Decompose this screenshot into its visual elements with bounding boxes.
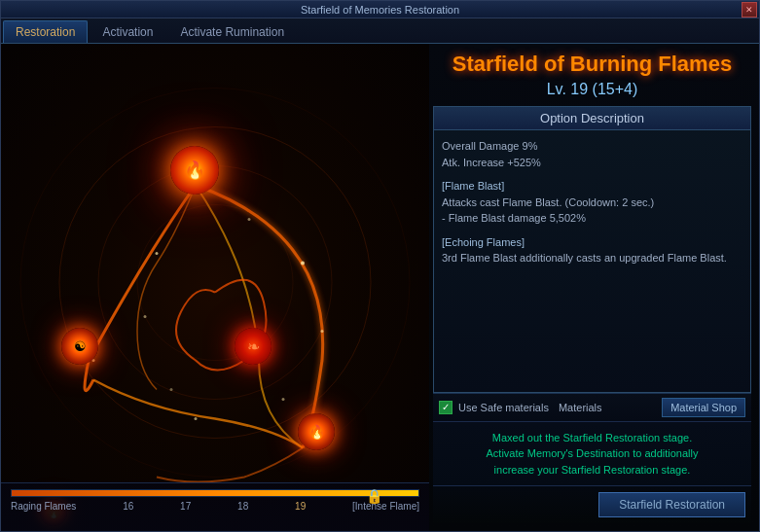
skill-paths-svg (1, 44, 429, 531)
safe-materials-label: Use Safe materials (458, 402, 549, 413)
svg-point-11 (144, 315, 147, 318)
desc-line-flame-blast-header: [Flame Blast] (442, 178, 742, 195)
restore-button-area: Starfield Restoration (433, 485, 751, 523)
close-button[interactable]: ✕ (742, 2, 757, 18)
desc-spacer-2 (442, 227, 742, 234)
progress-bar-container (11, 489, 419, 497)
desc-line-echoing: 3rd Flame Blast additionally casts an up… (442, 250, 742, 266)
progress-area: Raging Flames 16 17 18 19 [Intense Flame… (1, 482, 429, 531)
main-content: 🔥 ☯ ❧ 🔥 🔥 (1, 44, 759, 531)
main-window: Starfield of Memories Restoration ✕ Rest… (0, 0, 760, 532)
svg-point-13 (170, 388, 173, 391)
svg-point-12 (282, 398, 285, 401)
desc-line-cooldown: Attacks cast Flame Blast. (Cooldown: 2 s… (442, 195, 742, 211)
desc-line-1: Overall Damage 9% (442, 138, 742, 155)
tick-17: 17 (180, 501, 191, 512)
lock-icon: 🔒 (366, 488, 382, 504)
checkbox-check-mark: ✓ (442, 402, 450, 412)
skill-visual-panel: 🔥 ☯ ❧ 🔥 🔥 (1, 44, 429, 531)
material-shop-button[interactable]: Material Shop (662, 398, 745, 417)
svg-point-6 (301, 262, 305, 266)
svg-point-10 (248, 218, 251, 221)
intense-flame-label: [Intense Flame] (352, 501, 419, 512)
tab-activate-rumination[interactable]: Activate Rumination (167, 20, 297, 43)
tick-18: 18 (237, 501, 248, 512)
svg-point-7 (321, 330, 324, 333)
skill-name-tick: Raging Flames (11, 501, 76, 512)
svg-point-2 (137, 205, 293, 361)
action-bar: ✓ Use Safe materials Materials Material … (433, 393, 751, 421)
desc-line-damage: - Flame Blast damage 5,502% (442, 210, 742, 227)
right-panel: Starfield of Burning Flames Lv. 19 (15+4… (429, 44, 759, 531)
desc-line-2: Atk. Increase +525% (442, 155, 742, 171)
tab-bar: Restoration Activation Activate Ruminati… (1, 18, 759, 44)
window-title: Starfield of Memories Restoration (301, 4, 459, 16)
progress-ticks: Raging Flames 16 17 18 19 [Intense Flame… (11, 501, 419, 512)
svg-point-9 (195, 417, 198, 420)
tab-activation[interactable]: Activation (90, 20, 165, 43)
option-desc-content[interactable]: Overall Damage 9% Atk. Increase +525% [F… (434, 130, 750, 392)
svg-point-5 (156, 252, 159, 255)
starfield-restoration-button[interactable]: Starfield Restoration (598, 492, 745, 517)
desc-spacer-1 (442, 170, 742, 178)
materials-label: Materials (559, 402, 602, 413)
option-desc-box: Option Description Overall Damage 9% Atk… (433, 106, 751, 393)
orb-left: ☯ (61, 328, 98, 365)
tick-16: 16 (123, 501, 133, 512)
safe-materials-checkbox[interactable]: ✓ (439, 401, 452, 414)
progress-bar-fill (12, 490, 418, 496)
orb-top: 🔥 (170, 146, 219, 195)
desc-line-echoing-header: [Echoing Flames] (442, 234, 742, 251)
orb-right: 🔥 (298, 413, 335, 450)
tab-restoration[interactable]: Restoration (3, 20, 88, 43)
orb-center: ❧ (235, 328, 271, 365)
restore-info-text: Maxed out the Starfield Restoration stag… (441, 430, 743, 479)
tick-19: 19 (295, 501, 306, 512)
title-bar: Starfield of Memories Restoration ✕ (1, 1, 759, 18)
restore-info-box: Maxed out the Starfield Restoration stag… (433, 421, 751, 486)
option-desc-header: Option Description (434, 107, 750, 130)
skill-title: Starfield of Burning Flames (433, 52, 751, 77)
skill-level: Lv. 19 (15+4) (433, 81, 751, 98)
